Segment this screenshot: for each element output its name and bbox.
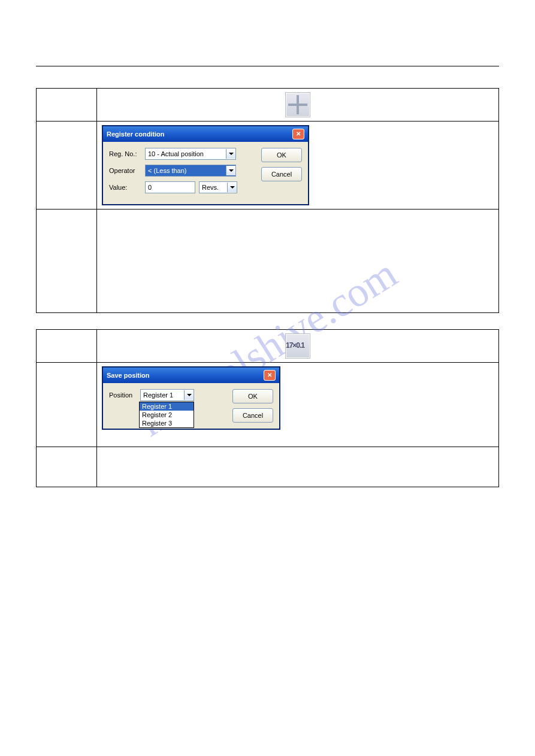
table-row [37, 210, 499, 313]
operator-select[interactable]: < (Less than) [145, 165, 236, 177]
chevron-down-icon[interactable] [227, 183, 237, 192]
dialog-titlebar[interactable]: Register condition ✕ [103, 126, 308, 142]
list-item[interactable]: Register 1 [140, 402, 194, 411]
close-icon[interactable]: ✕ [292, 129, 304, 139]
operator-value: < (Less than) [148, 167, 187, 174]
chevron-down-icon[interactable] [226, 166, 235, 175]
table-row: Register condition ✕ Reg. No.: 10 - Actu… [37, 122, 499, 210]
register-condition-dialog: Register condition ✕ Reg. No.: 10 - Actu… [102, 125, 309, 205]
table-save-position: 17×0.1 Save position ✕ Position Register… [36, 329, 499, 487]
top-rule [36, 66, 499, 66]
label-value: Value: [109, 184, 141, 191]
dialog-titlebar[interactable]: Save position ✕ [103, 368, 279, 383]
table-row [37, 89, 499, 122]
cancel-button[interactable]: Cancel [232, 408, 273, 423]
jump-register-icon [285, 92, 310, 117]
list-item[interactable]: Register 3 [140, 419, 194, 427]
table-row: Save position ✕ Position Register 1 [37, 363, 499, 447]
position-select[interactable]: Register 1 [140, 389, 194, 401]
position-dropdown-list[interactable]: Register 1 Register 2 Register 3 [139, 402, 194, 428]
list-item[interactable]: Register 2 [140, 411, 194, 419]
page-footer [36, 619, 499, 625]
dialog-title: Save position [107, 372, 150, 379]
table-row: 17×0.1 [37, 330, 499, 363]
value-input-text: 0 [148, 184, 152, 191]
ok-button[interactable]: OK [261, 148, 302, 162]
table-jump-register: Register condition ✕ Reg. No.: 10 - Actu… [36, 88, 499, 313]
label-regno: Reg. No.: [109, 150, 141, 157]
table-row [37, 447, 499, 487]
regno-select[interactable]: 10 - Actual position [145, 148, 236, 160]
unit-value: Revs. [202, 184, 219, 191]
label-operator: Operator [109, 167, 141, 174]
label-position: Position [109, 391, 137, 399]
regno-value: 10 - Actual position [148, 150, 204, 157]
unit-select[interactable]: Revs. [199, 181, 237, 193]
save-position-dialog: Save position ✕ Position Register 1 [102, 366, 280, 430]
icon-label: 17×0.1 [286, 334, 310, 350]
dialog-title: Register condition [107, 130, 165, 138]
save-position-icon: 17×0.1 [285, 333, 310, 359]
value-input[interactable]: 0 [145, 181, 195, 193]
cancel-button[interactable]: Cancel [261, 167, 302, 181]
position-value: Register 1 [143, 391, 173, 399]
close-icon[interactable]: ✕ [264, 370, 276, 381]
ok-button[interactable]: OK [232, 389, 273, 403]
chevron-down-icon[interactable] [184, 390, 194, 400]
chevron-down-icon[interactable] [226, 149, 235, 159]
